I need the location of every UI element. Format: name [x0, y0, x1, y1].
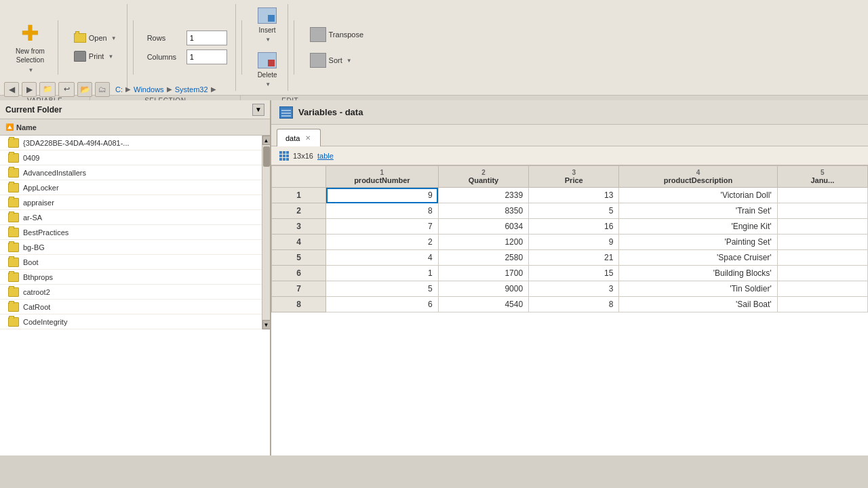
- cell[interactable]: 3: [529, 281, 619, 297]
- folder-item-name: BestPractices: [23, 228, 68, 237]
- cell[interactable]: 'Building Blocks': [619, 266, 777, 281]
- col-header-1[interactable]: 1 productNumber: [326, 166, 439, 188]
- table-row: 6 1 1700 15 'Building Blocks': [272, 266, 868, 281]
- cell[interactable]: 13: [529, 188, 619, 203]
- new-from-selection-label: New fromSelection: [16, 47, 45, 64]
- cell[interactable]: 9000: [438, 281, 528, 297]
- nav-path-windows[interactable]: Windows: [134, 85, 164, 94]
- cell[interactable]: 21: [529, 250, 619, 266]
- col-header-5[interactable]: 5 Janu...: [777, 166, 867, 188]
- cell[interactable]: [777, 297, 867, 312]
- delete-button[interactable]: Delete ▼: [253, 49, 282, 91]
- cell[interactable]: [777, 281, 867, 297]
- nav-forward-button[interactable]: ▶: [22, 82, 37, 97]
- cell[interactable]: 'Tin Soldier': [619, 281, 777, 297]
- cell[interactable]: [777, 203, 867, 219]
- nav-up-button[interactable]: 📁: [39, 82, 56, 97]
- cell[interactable]: 6: [326, 297, 439, 312]
- tab-data[interactable]: data ✕: [277, 129, 321, 146]
- nav-path-c[interactable]: C:: [115, 85, 123, 94]
- table-link[interactable]: table: [317, 152, 334, 160]
- nav-path-system32[interactable]: System32: [175, 85, 208, 94]
- cell[interactable]: 'Train Set': [619, 203, 777, 219]
- cell[interactable]: 4: [326, 250, 439, 266]
- table-row: 4 2 1200 9 'Painting Set': [272, 235, 868, 250]
- cell[interactable]: [777, 266, 867, 281]
- folder-header-btn[interactable]: ▼: [252, 104, 264, 116]
- delete-icon: [258, 52, 277, 68]
- cell[interactable]: [777, 188, 867, 203]
- list-item[interactable]: CatRoot: [0, 300, 262, 314]
- cell[interactable]: 5: [326, 281, 439, 297]
- insert-label: Insert: [259, 26, 276, 34]
- print-button[interactable]: Print ▼: [69, 48, 121, 64]
- cell[interactable]: 7: [326, 219, 439, 235]
- sort-dropdown-icon[interactable]: ▼: [347, 58, 352, 64]
- cell[interactable]: 16: [529, 219, 619, 235]
- cell[interactable]: 9: [529, 235, 619, 250]
- scrollbar-down-btn[interactable]: ▼: [262, 320, 271, 329]
- cell[interactable]: [777, 235, 867, 250]
- columns-input[interactable]: [186, 49, 227, 64]
- insert-button[interactable]: Insert ▼: [253, 4, 282, 46]
- cell[interactable]: 1200: [438, 235, 528, 250]
- sort-button[interactable]: Sort ▼: [305, 50, 369, 70]
- folder-panel: Current Folder ▼ 🔼 Name {3DA228BE-34DA-4…: [0, 100, 271, 455]
- nav-arrow-1: ▶: [125, 85, 131, 93]
- cell[interactable]: 'Space Cruiser': [619, 250, 777, 266]
- new-from-selection-button[interactable]: ✚ New fromSelection ▼: [11, 19, 50, 77]
- col-header-4[interactable]: 4 productDescription: [619, 166, 777, 188]
- cell[interactable]: 9: [326, 188, 439, 203]
- cell[interactable]: 1: [326, 266, 439, 281]
- cell[interactable]: 'Painting Set': [619, 235, 777, 250]
- list-item[interactable]: AdvancedInstallers: [0, 165, 262, 180]
- rows-input[interactable]: [186, 30, 227, 45]
- cell[interactable]: 2339: [438, 188, 528, 203]
- list-item[interactable]: 0409: [0, 150, 262, 165]
- list-item[interactable]: bg-BG: [0, 240, 262, 255]
- list-item[interactable]: Boot: [0, 255, 262, 270]
- col-header-2[interactable]: 2 Quantity: [438, 166, 528, 188]
- scrollbar-thumb[interactable]: [263, 146, 270, 167]
- list-item[interactable]: ar-SA: [0, 210, 262, 225]
- col-header-3[interactable]: 3 Price: [529, 166, 619, 188]
- list-item[interactable]: catroot2: [0, 285, 262, 300]
- transpose-button[interactable]: Transpose: [305, 24, 369, 45]
- cell[interactable]: 'Sail Boat': [619, 297, 777, 312]
- print-dropdown-icon[interactable]: ▼: [108, 54, 113, 60]
- data-panel: Variables - data data ✕ 13x16 table: [271, 100, 868, 455]
- open-button[interactable]: Open ▼: [69, 30, 121, 45]
- cell[interactable]: 4540: [438, 297, 528, 312]
- cell[interactable]: 2: [326, 235, 439, 250]
- cell[interactable]: 8350: [438, 203, 528, 219]
- row-num: 7: [272, 281, 326, 297]
- folder-item-name: AdvancedInstallers: [23, 169, 86, 177]
- list-item[interactable]: {3DA228BE-34DA-49f4-A081-...: [0, 136, 262, 150]
- cell[interactable]: 8: [529, 297, 619, 312]
- tab-close-btn[interactable]: ✕: [304, 134, 312, 142]
- cell[interactable]: [777, 250, 867, 266]
- insert-dropdown-icon[interactable]: ▼: [265, 37, 271, 43]
- nav-back-button[interactable]: ◀: [4, 82, 19, 97]
- cell[interactable]: 15: [529, 266, 619, 281]
- list-item[interactable]: Bthprops: [0, 270, 262, 285]
- cell[interactable]: 8: [326, 203, 439, 219]
- new-from-selection-dropdown-icon[interactable]: ▼: [28, 67, 33, 73]
- delete-dropdown-icon[interactable]: ▼: [265, 81, 271, 87]
- table-container[interactable]: 1 productNumber 2 Quantity 3 Price 4: [271, 165, 868, 455]
- list-item[interactable]: CodeIntegrity: [0, 314, 262, 329]
- cell[interactable]: 2580: [438, 250, 528, 266]
- cell[interactable]: 'Engine Kit': [619, 219, 777, 235]
- list-item[interactable]: BestPractices: [0, 225, 262, 240]
- list-item[interactable]: AppLocker: [0, 180, 262, 195]
- cell[interactable]: 'Victorian Doll': [619, 188, 777, 203]
- folder-icon: [8, 138, 19, 148]
- cell[interactable]: 6034: [438, 219, 528, 235]
- cell[interactable]: [777, 219, 867, 235]
- list-item[interactable]: appraiser: [0, 195, 262, 210]
- cell[interactable]: 5: [529, 203, 619, 219]
- cell[interactable]: 1700: [438, 266, 528, 281]
- open-dropdown-icon[interactable]: ▼: [111, 35, 117, 41]
- scrollbar-up-btn[interactable]: ▲: [262, 136, 271, 145]
- nav-browse-button[interactable]: ↩: [58, 82, 75, 97]
